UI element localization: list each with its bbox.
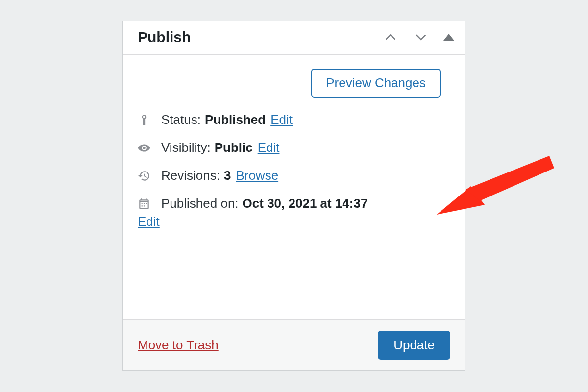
chevron-down-icon [414,30,428,44]
visibility-edit-link[interactable]: Edit [258,140,280,155]
svg-marker-1 [466,156,554,201]
status-row: Status: Published Edit [138,112,450,127]
collapse-toggle-icon[interactable] [443,34,454,41]
status-value: Published [205,112,266,127]
visibility-row: Visibility: Public Edit [138,140,450,155]
calendar-icon [138,197,161,210]
move-down-button[interactable] [413,29,429,45]
publish-metabox-header: Publish [123,21,465,55]
published-on-label: Published on: [161,196,239,211]
history-icon [138,170,161,182]
key-icon [138,114,161,126]
published-on-row: Published on: Oct 30, 2021 at 14:37 Edit [138,196,450,229]
publish-metabox: Publish Preview Changes Status: Publishe… [122,21,466,371]
move-up-button[interactable] [383,29,398,45]
publish-title: Publish [138,29,383,46]
published-on-value: Oct 30, 2021 at 14:37 [243,196,368,211]
status-edit-link[interactable]: Edit [270,112,293,127]
published-on-edit-link[interactable]: Edit [138,214,450,229]
preview-row: Preview Changes [138,69,450,98]
revisions-count: 3 [224,168,231,183]
preview-changes-button[interactable]: Preview Changes [311,69,441,98]
visibility-value: Public [215,140,253,155]
revisions-row: Revisions: 3 Browse [138,168,450,183]
annotation-arrow-icon [437,156,564,231]
move-to-trash-link[interactable]: Move to Trash [138,338,219,353]
chevron-up-icon [384,30,397,44]
status-label: Status: [161,112,201,127]
update-button[interactable]: Update [378,331,450,360]
header-controls [383,29,454,45]
visibility-label: Visibility: [161,140,211,155]
revisions-label: Revisions: [161,168,220,183]
revisions-browse-link[interactable]: Browse [236,168,278,183]
eye-icon [138,142,161,154]
publish-metabox-body: Preview Changes Status: Published Edit V… [123,55,465,319]
publish-metabox-footer: Move to Trash Update [123,319,465,370]
